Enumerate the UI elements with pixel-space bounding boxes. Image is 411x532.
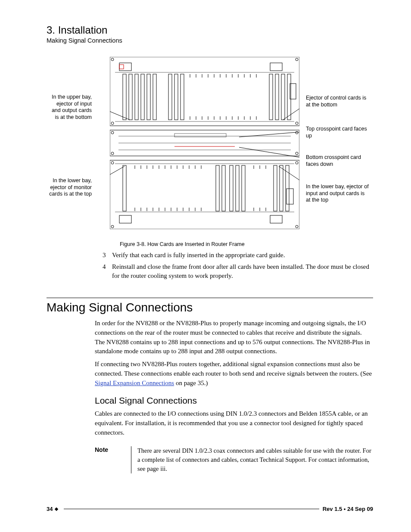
svg-rect-24 <box>135 74 138 120</box>
svg-rect-93 <box>222 165 225 211</box>
svg-rect-18 <box>119 215 131 223</box>
svg-point-10 <box>296 152 298 155</box>
label-bottom-crosspoint: Bottom crosspoint card faces down <box>306 154 371 168</box>
figure-3-8: In the upper bay, ejector of input and o… <box>47 57 374 238</box>
svg-rect-27 <box>153 74 156 120</box>
heading-local-signal-connections: Local Signal Connections <box>95 395 373 406</box>
paragraph-expansion: If connecting two NV8288-Plus routers to… <box>95 360 373 388</box>
label-lower-right-io: In the lower bay, ejector of input and o… <box>306 184 371 204</box>
step-3: 3 Verify that each card is fully inserte… <box>103 251 373 260</box>
svg-rect-29 <box>174 74 178 120</box>
svg-point-5 <box>111 122 114 124</box>
svg-rect-30 <box>181 74 184 120</box>
svg-rect-25 <box>141 74 144 120</box>
svg-rect-22 <box>123 74 126 120</box>
svg-point-12 <box>296 162 298 164</box>
svg-rect-106 <box>286 189 293 204</box>
svg-rect-96 <box>242 165 245 211</box>
chapter-title: 3. Installation <box>47 24 373 36</box>
note-block: Note There are several DIN 1.0/2.3 coax … <box>95 446 373 473</box>
page-number: 34 <box>47 506 53 512</box>
note-label: Note <box>95 446 121 453</box>
paragraph-expansion-a: If connecting two NV8288-Plus routers to… <box>95 361 372 377</box>
step-number: 3 <box>103 251 108 260</box>
footer-revision: Rev 1.5 • 24 Sep 09 <box>323 506 373 512</box>
svg-rect-55 <box>269 74 273 120</box>
svg-point-11 <box>111 162 114 164</box>
page: 3. Installation Making Signal Connection… <box>0 0 411 532</box>
page-footer: 34 Rev 1.5 • 24 Sep 09 <box>47 506 373 512</box>
chapter-section: Making Signal Connections <box>47 37 373 44</box>
step-number: 4 <box>103 262 108 280</box>
step-text: Verify that each card is fully inserted … <box>112 251 285 260</box>
link-signal-expansion[interactable]: Signal Expansion Connections <box>95 380 174 386</box>
footer-rule <box>64 509 319 509</box>
svg-point-14 <box>296 225 298 228</box>
svg-rect-63 <box>174 134 226 137</box>
label-top-crosspoint: Top crosspoint card faces up <box>306 126 371 139</box>
svg-rect-2 <box>110 160 299 229</box>
label-control-cards: Ejector of control cards is at the botto… <box>306 95 371 108</box>
install-steps: 3 Verify that each card is fully inserte… <box>103 251 373 280</box>
note-body: There are several DIN 1.0/2.3 coax conne… <box>131 446 373 473</box>
svg-rect-57 <box>281 74 285 120</box>
svg-rect-95 <box>236 165 239 211</box>
step-4: 4 Reinstall and close the frame front do… <box>103 262 373 280</box>
svg-rect-26 <box>147 74 150 120</box>
label-upper-left: In the upper bay, ejector of input and o… <box>47 94 92 121</box>
svg-rect-104 <box>280 165 283 211</box>
svg-point-8 <box>296 131 298 134</box>
heading-making-signal-connections: Making Signal Connections <box>47 301 373 314</box>
svg-rect-92 <box>216 165 219 211</box>
footer-diamond-icon <box>55 507 58 510</box>
svg-point-7 <box>111 131 114 134</box>
svg-rect-58 <box>287 74 291 120</box>
svg-point-6 <box>296 122 298 124</box>
svg-rect-23 <box>129 74 132 120</box>
paragraph-intro: In order for the NV8288 or the NV8288-Pl… <box>95 319 373 356</box>
svg-point-9 <box>111 152 114 155</box>
svg-point-13 <box>111 225 114 228</box>
step-text: Reinstall and close the frame front door… <box>112 262 373 280</box>
svg-rect-28 <box>168 74 172 120</box>
label-lower-left-monitor: In the lower bay, ejector of monitor car… <box>47 177 92 198</box>
svg-rect-56 <box>275 74 279 120</box>
svg-rect-19 <box>270 215 282 223</box>
router-frame-diagram <box>110 57 299 229</box>
svg-point-3 <box>111 58 114 61</box>
figure-caption: Figure 3-8. How Cards are Inserted in Ro… <box>120 241 373 247</box>
svg-point-4 <box>296 58 298 61</box>
svg-rect-103 <box>274 165 277 211</box>
paragraph-local: Cables are connected to the I/O connecti… <box>95 409 373 437</box>
svg-rect-15 <box>119 63 131 71</box>
section-divider <box>47 298 373 298</box>
svg-rect-16 <box>119 65 124 69</box>
paragraph-expansion-b: on page 35.) <box>174 380 208 386</box>
svg-rect-67 <box>123 165 126 211</box>
svg-rect-17 <box>270 63 282 71</box>
svg-rect-94 <box>230 165 233 211</box>
